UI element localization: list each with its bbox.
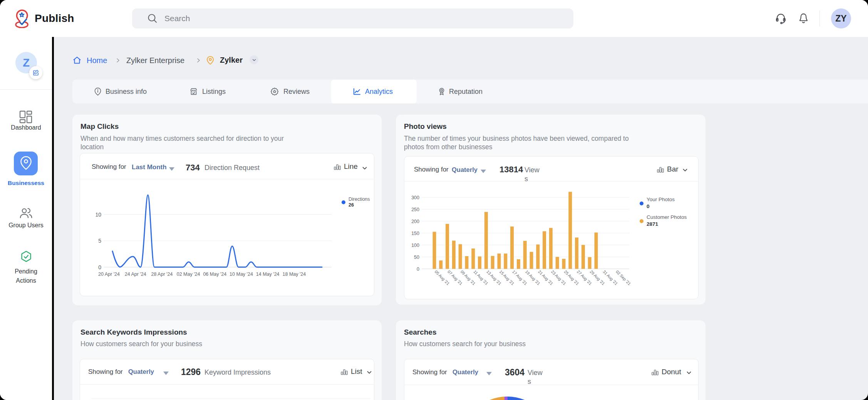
svg-text:10 May '24: 10 May '24 [230,272,253,277]
svg-text:18 May '24: 18 May '24 [283,272,306,277]
svg-text:250: 250 [411,207,419,212]
svg-text:14 May '24: 14 May '24 [256,272,280,277]
svg-text:100: 100 [411,243,419,248]
svg-text:28 Apr '24: 28 Apr '24 [151,272,173,277]
svg-text:150: 150 [411,231,419,236]
svg-text:50: 50 [414,255,419,260]
svg-text:0: 0 [417,267,419,272]
svg-text:5: 5 [98,238,101,244]
svg-text:0: 0 [98,264,101,270]
svg-text:02 May '24: 02 May '24 [177,272,200,277]
svg-text:20 Apr '24: 20 Apr '24 [98,272,120,277]
svg-text:300: 300 [411,195,419,200]
svg-text:06 May '24: 06 May '24 [203,272,226,277]
svg-text:10: 10 [95,212,101,218]
svg-text:200: 200 [411,219,419,224]
svg-text:24 Apr '24: 24 Apr '24 [125,272,146,277]
